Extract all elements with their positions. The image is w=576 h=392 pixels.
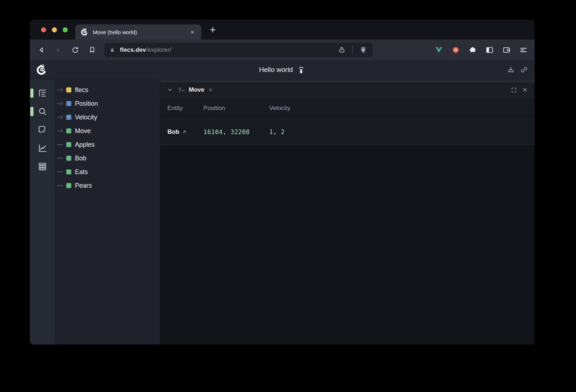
forward-button[interactable] bbox=[52, 44, 64, 56]
browser-window: Move (hello world) bbox=[30, 20, 535, 345]
world-title: Hello world bbox=[259, 66, 293, 74]
vue-devtools-extension-button[interactable] bbox=[433, 44, 445, 56]
hexagon-icon bbox=[451, 46, 460, 54]
close-icon bbox=[208, 87, 213, 93]
tree-item-eats[interactable]: Eats bbox=[55, 165, 160, 179]
column-header-position: Position bbox=[203, 105, 269, 112]
puzzle-icon bbox=[468, 46, 477, 54]
new-tab-button[interactable] bbox=[207, 24, 219, 36]
wallet-button[interactable] bbox=[500, 44, 513, 56]
brave-shields-button[interactable] bbox=[358, 45, 368, 55]
expand-arrow-icon[interactable] bbox=[57, 101, 65, 106]
tree-item-bob[interactable]: Bob bbox=[55, 151, 160, 165]
velocity-value: 1, 2 bbox=[269, 128, 535, 136]
sidebar-search-button[interactable] bbox=[37, 106, 48, 117]
query-close-button[interactable] bbox=[207, 86, 214, 94]
header-actions bbox=[506, 65, 529, 74]
explorer-content: flecsPositionVelocityMoveApplesBobEatsPe… bbox=[30, 80, 535, 345]
query-panel: ?– Move bbox=[160, 80, 535, 345]
line-chart-icon bbox=[37, 143, 48, 154]
close-icon bbox=[522, 87, 528, 93]
sidebar-inspector-button[interactable] bbox=[37, 124, 48, 135]
macos-window-controls bbox=[30, 20, 75, 40]
forward-icon bbox=[54, 46, 63, 54]
share-icon bbox=[338, 46, 346, 54]
query-collapse-button[interactable] bbox=[166, 86, 174, 94]
sidebar-tree-button[interactable] bbox=[37, 88, 48, 99]
chevron-down-icon bbox=[166, 86, 174, 94]
vue-icon bbox=[435, 46, 443, 54]
query-type-icon: ?– bbox=[178, 87, 184, 94]
leaf-line-icon bbox=[57, 183, 65, 188]
tree-item-velocity[interactable]: Velocity bbox=[55, 110, 160, 124]
entity-color-square bbox=[66, 169, 71, 174]
share-link-button[interactable] bbox=[519, 65, 529, 74]
expand-arrow-icon[interactable] bbox=[57, 87, 65, 93]
url-bar[interactable]: flecs.dev/explorer/ bbox=[104, 43, 373, 57]
url-path: /explorer/ bbox=[146, 46, 171, 53]
download-icon bbox=[507, 65, 515, 74]
column-header-entity: Entity bbox=[167, 105, 203, 112]
bookmark-button[interactable] bbox=[86, 44, 98, 56]
lock-icon[interactable] bbox=[109, 46, 116, 54]
app-header: Hello world bbox=[30, 60, 535, 80]
close-window-button[interactable] bbox=[41, 27, 46, 32]
browser-tab[interactable]: Move (hello world) bbox=[75, 24, 201, 40]
url-text: flecs.dev/explorer/ bbox=[120, 46, 171, 53]
sidebar-memory-button[interactable] bbox=[37, 161, 48, 172]
leaf-line-icon bbox=[57, 142, 65, 147]
entity-color-square bbox=[66, 115, 71, 120]
share-button[interactable] bbox=[337, 45, 347, 55]
plus-icon bbox=[209, 26, 217, 34]
sidebar-panel-icon bbox=[485, 46, 494, 54]
back-icon bbox=[37, 46, 46, 54]
tree-item-label: Pears bbox=[75, 182, 92, 190]
icon-sidebar bbox=[30, 80, 55, 345]
tree-item-label: Velocity bbox=[75, 114, 97, 121]
back-button[interactable] bbox=[35, 44, 48, 56]
download-button[interactable] bbox=[506, 65, 516, 74]
panel-close-button[interactable] bbox=[521, 86, 529, 94]
panel-resize-handle[interactable] bbox=[160, 80, 535, 82]
search-icon bbox=[37, 106, 48, 117]
active-indicator-search bbox=[30, 107, 33, 116]
flecs-logo bbox=[36, 64, 48, 76]
link-icon bbox=[520, 65, 528, 74]
open-entity-arrow-icon[interactable] bbox=[182, 129, 187, 135]
tree-item-position[interactable]: Position bbox=[55, 97, 160, 110]
close-icon bbox=[190, 29, 195, 35]
tree-item-apples[interactable]: Apples bbox=[55, 138, 160, 151]
expand-arrow-icon[interactable] bbox=[57, 128, 65, 134]
reload-icon bbox=[71, 46, 80, 54]
panel-empty-area bbox=[160, 145, 535, 345]
tree-item-label: Position bbox=[75, 100, 98, 108]
entity-color-square bbox=[66, 87, 71, 92]
extensions-button[interactable] bbox=[467, 44, 479, 56]
minimize-window-button[interactable] bbox=[52, 27, 57, 32]
entity-color-square bbox=[66, 183, 71, 188]
tab-close-button[interactable] bbox=[188, 28, 196, 36]
tree-item-flecs[interactable]: flecs bbox=[55, 83, 160, 97]
expand-arrow-icon[interactable] bbox=[57, 114, 65, 120]
flecs-favicon bbox=[80, 28, 89, 36]
remote-connection-icon[interactable] bbox=[296, 65, 305, 74]
tree-item-pears[interactable]: Pears bbox=[55, 179, 160, 192]
memory-modules-icon bbox=[37, 161, 48, 172]
tree-item-move[interactable]: Move bbox=[55, 124, 160, 138]
fullscreen-icon bbox=[510, 87, 517, 94]
sidebar-toggle-button[interactable] bbox=[483, 44, 496, 56]
hexagon-extension-button[interactable] bbox=[450, 44, 462, 56]
fullscreen-button[interactable] bbox=[510, 86, 518, 94]
tree-item-label: flecs bbox=[75, 86, 88, 94]
active-indicator-tree bbox=[30, 88, 33, 98]
reload-button[interactable] bbox=[69, 44, 81, 56]
browser-menu-button[interactable] bbox=[517, 44, 530, 56]
sidebar-stats-button[interactable] bbox=[37, 143, 48, 154]
bookmark-icon bbox=[88, 46, 96, 54]
entity-name-link[interactable]: Bob bbox=[167, 128, 179, 136]
column-header-velocity: Velocity bbox=[269, 105, 535, 112]
zoom-window-button[interactable] bbox=[63, 27, 68, 32]
entity-color-square bbox=[66, 101, 71, 106]
brave-shield-icon bbox=[359, 46, 368, 54]
entity-tree-panel: flecsPositionVelocityMoveApplesBobEatsPe… bbox=[55, 80, 160, 345]
